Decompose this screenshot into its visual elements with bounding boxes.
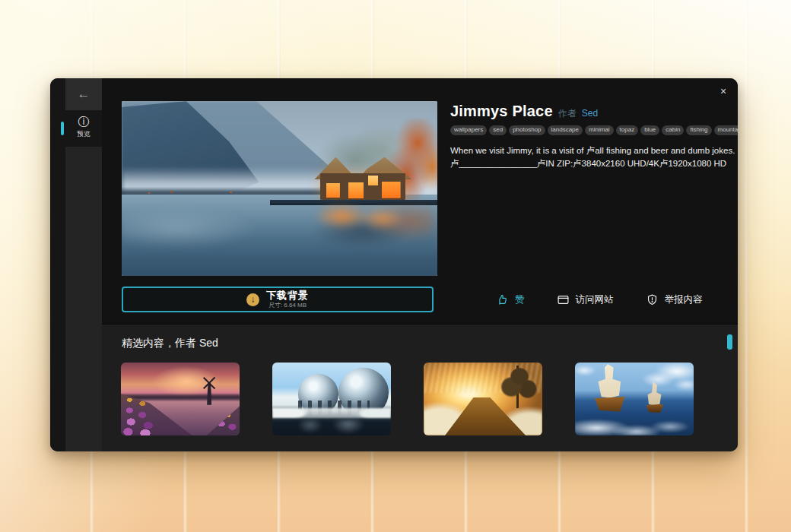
- preview-art-reflection: [302, 204, 434, 252]
- scrollbar-thumb[interactable]: [727, 334, 732, 350]
- preview-image: [122, 101, 437, 276]
- download-label: 下载背景: [266, 290, 309, 302]
- description-line-2: 卢________________卢IN ZIP:卢3840x2160 UHD/…: [450, 159, 726, 168]
- featured-thumbnail-sailing-ships[interactable]: [575, 363, 694, 435]
- featured-heading: 精选内容，作者 Sed: [122, 337, 218, 350]
- featured-thumbnail-tulips-windmill[interactable]: [121, 363, 240, 435]
- featured-thumbnails: [121, 363, 694, 435]
- close-icon: ×: [720, 85, 726, 97]
- back-arrow-icon: ←: [78, 87, 91, 102]
- download-background-button[interactable]: ↓ 下载背景 尺寸: 6.64 MB: [122, 287, 434, 312]
- sidebar-item-label: 预览: [65, 130, 102, 139]
- info-circle-icon: ⓘ: [65, 115, 102, 128]
- app-window: × ← ⓘ 预览: [50, 78, 738, 451]
- item-details: Jimmys Place 作者 Sed wallpapers sed photo…: [450, 103, 738, 170]
- report-content-button[interactable]: 举报内容: [646, 293, 703, 306]
- sidebar-item-preview[interactable]: ⓘ 预览: [65, 112, 102, 145]
- thumb-art-tulip-field-right: [199, 407, 240, 435]
- like-label: 赞: [515, 293, 525, 306]
- byline-prefix: 作者: [558, 107, 577, 120]
- sidebar: ← ⓘ 预览: [50, 78, 102, 451]
- like-button[interactable]: 赞: [496, 293, 525, 306]
- tag[interactable]: mountains: [714, 125, 738, 135]
- preview-art-haze: [122, 206, 305, 262]
- featured-section: 精选内容，作者 Sed: [102, 324, 738, 451]
- down-arrow-glyph: ↓: [251, 295, 256, 304]
- main-content: Jimmys Place 作者 Sed wallpapers sed photo…: [102, 78, 738, 451]
- thumbs-up-icon: [496, 293, 509, 306]
- download-circle-icon: ↓: [246, 293, 259, 306]
- featured-thumbnail-winter-sunrise[interactable]: [424, 363, 542, 435]
- action-bar: 赞 访问网站 举报内容: [496, 287, 703, 312]
- thumb-art-horizon: [121, 393, 240, 400]
- item-detail-section: Jimmys Place 作者 Sed wallpapers sed photo…: [102, 78, 738, 324]
- tag[interactable]: photoshop: [509, 125, 545, 135]
- description-line-1: When we visit Jimmy, it is a visit of 卢a…: [450, 146, 735, 155]
- tag[interactable]: wallpapers: [450, 125, 487, 135]
- tag[interactable]: blue: [640, 125, 659, 135]
- desktop: { "window": { "close_glyph": "×" }, "sid…: [0, 0, 791, 532]
- tag[interactable]: fishing: [686, 125, 711, 135]
- visit-website-label: 访问网站: [576, 293, 614, 306]
- thumb-art-snow: [272, 408, 391, 418]
- thumb-art-reflection: [272, 420, 391, 435]
- thumb-art-tree: [497, 366, 538, 408]
- preview-art-cabin-body: [320, 173, 405, 200]
- close-button[interactable]: ×: [715, 83, 732, 100]
- tag[interactable]: sed: [489, 125, 507, 135]
- download-size: 尺寸: 6.64 MB: [268, 302, 307, 309]
- tag[interactable]: topaz: [616, 125, 639, 135]
- tag[interactable]: cabin: [662, 125, 684, 135]
- back-button[interactable]: ←: [65, 78, 102, 110]
- thumb-art-sea-foam: [575, 410, 694, 435]
- author-link[interactable]: Sed: [582, 108, 598, 119]
- download-text: 下载背景 尺寸: 6.64 MB: [266, 290, 309, 309]
- tag-list: wallpapers sed photoshop landscape minim…: [450, 125, 738, 135]
- active-indicator: [61, 122, 64, 135]
- report-content-label: 举报内容: [665, 293, 703, 306]
- tag[interactable]: landscape: [548, 125, 583, 135]
- featured-thumbnail-chrome-spheres[interactable]: [272, 363, 391, 435]
- shield-exclamation-icon: [646, 293, 659, 306]
- sidebar-panel: [65, 147, 102, 451]
- tag[interactable]: minimal: [585, 125, 614, 135]
- thumb-art-windmill-blade: [203, 374, 216, 404]
- item-description: When we visit Jimmy, it is a visit of 卢a…: [450, 144, 738, 171]
- browser-window-icon: [557, 293, 570, 306]
- visit-website-button[interactable]: 访问网站: [557, 293, 614, 306]
- page-title: Jimmys Place: [450, 103, 553, 120]
